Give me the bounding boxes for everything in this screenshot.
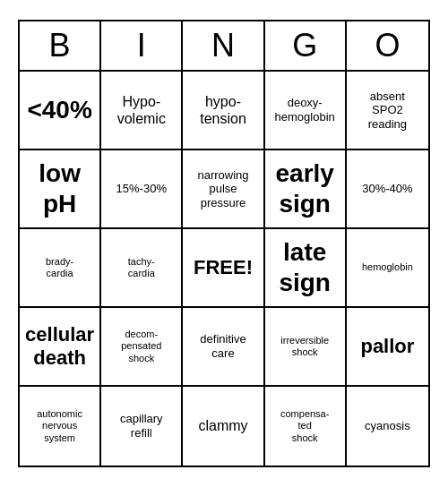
header-letter-g: G (265, 21, 347, 70)
bingo-cell-20[interactable]: autonomic nervous system (20, 387, 101, 466)
bingo-cell-text-15: cellular death (25, 323, 94, 371)
bingo-cell-text-12: FREE! (194, 256, 253, 279)
bingo-header: BINGO (20, 21, 428, 72)
bingo-cell-text-19: pallor (360, 335, 414, 358)
bingo-cell-24[interactable]: cyanosis (347, 387, 428, 466)
bingo-cell-23[interactable]: compensa- ted shock (265, 387, 347, 466)
bingo-cell-2[interactable]: hypo- tension (183, 72, 264, 150)
bingo-cell-11[interactable]: tachy- cardia (101, 229, 183, 308)
bingo-cell-text-6: 15%-30% (116, 182, 167, 196)
bingo-cell-0[interactable]: <40% (20, 72, 101, 150)
bingo-cell-3[interactable]: deoxy- hemoglobin (265, 72, 347, 150)
bingo-cell-text-2: hypo- tension (200, 93, 246, 127)
bingo-cell-8[interactable]: early sign (265, 150, 347, 229)
bingo-cell-text-7: narrowing pulse pressure (197, 168, 248, 210)
bingo-cell-text-9: 30%-40% (362, 182, 412, 196)
bingo-cell-19[interactable]: pallor (347, 308, 428, 387)
bingo-grid: <40%Hypo- volemichypo- tensiondeoxy- hem… (20, 72, 428, 466)
bingo-cell-text-13: late sign (279, 237, 331, 297)
bingo-cell-6[interactable]: 15%-30% (101, 150, 183, 229)
bingo-cell-13[interactable]: late sign (265, 229, 347, 308)
bingo-cell-text-14: hemoglobin (362, 261, 413, 273)
bingo-cell-text-20: autonomic nervous system (37, 408, 82, 444)
header-letter-i: I (101, 21, 183, 70)
bingo-cell-12[interactable]: FREE! (183, 229, 264, 308)
bingo-cell-text-4: absent SPO2 reading (368, 90, 407, 132)
bingo-cell-text-3: deoxy- hemoglobin (275, 96, 335, 124)
bingo-cell-1[interactable]: Hypo- volemic (101, 72, 183, 150)
bingo-cell-7[interactable]: narrowing pulse pressure (183, 150, 264, 229)
bingo-cell-text-24: cyanosis (365, 419, 410, 433)
bingo-cell-text-21: capillary refill (120, 412, 163, 440)
bingo-cell-text-16: decom- pensated shock (121, 329, 161, 364)
bingo-cell-16[interactable]: decom- pensated shock (101, 308, 183, 387)
bingo-cell-text-22: clammy (198, 417, 247, 434)
header-letter-o: O (347, 21, 428, 70)
bingo-cell-text-17: definitive care (200, 332, 246, 360)
bingo-card: BINGO <40%Hypo- volemichypo- tensiondeox… (18, 20, 430, 467)
bingo-cell-text-23: compensa- ted shock (280, 408, 329, 444)
bingo-cell-text-0: <40% (27, 95, 91, 125)
bingo-cell-text-18: irreversible shock (280, 335, 329, 358)
bingo-cell-text-8: early sign (275, 158, 333, 218)
header-letter-n: N (183, 21, 264, 70)
bingo-cell-text-11: tachy- cardia (128, 256, 155, 279)
bingo-cell-text-1: Hypo- volemic (117, 93, 166, 127)
bingo-cell-text-5: low pH (39, 158, 81, 218)
bingo-cell-14[interactable]: hemoglobin (347, 229, 428, 308)
bingo-cell-18[interactable]: irreversible shock (265, 308, 347, 387)
bingo-cell-17[interactable]: definitive care (183, 308, 264, 387)
header-letter-b: B (20, 21, 101, 70)
bingo-cell-text-10: brady- cardia (46, 256, 73, 279)
bingo-cell-10[interactable]: brady- cardia (20, 229, 101, 308)
bingo-cell-22[interactable]: clammy (183, 387, 264, 466)
bingo-cell-4[interactable]: absent SPO2 reading (347, 72, 428, 150)
bingo-cell-5[interactable]: low pH (20, 150, 101, 229)
bingo-cell-9[interactable]: 30%-40% (347, 150, 428, 229)
bingo-cell-15[interactable]: cellular death (20, 308, 101, 387)
bingo-cell-21[interactable]: capillary refill (101, 387, 183, 466)
